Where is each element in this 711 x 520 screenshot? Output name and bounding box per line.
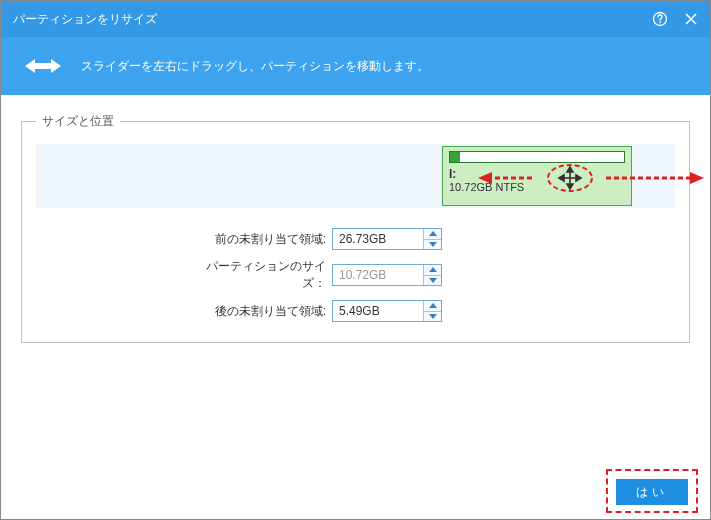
input-after-unallocated[interactable]	[333, 301, 423, 321]
window-title: パーティションをリサイズ	[13, 11, 157, 28]
spin-up-after[interactable]	[424, 301, 441, 312]
resize-arrows-icon	[25, 57, 61, 75]
partition-size-label: 10.72GB NTFS	[449, 181, 625, 193]
svg-marker-21	[429, 314, 437, 319]
instruction-banner: スライダーを左右にドラッグし、パーティションを移動します。	[1, 37, 710, 95]
label-before-unallocated: 前の未割り当て領域:	[191, 231, 326, 248]
spin-down-after[interactable]	[424, 312, 441, 322]
svg-marker-18	[429, 267, 437, 272]
usage-bar	[449, 151, 625, 163]
label-after-unallocated: 後の未割り当て領域:	[191, 303, 326, 320]
size-position-group: サイズと位置 I: 10.72GB NTFS	[21, 113, 690, 343]
input-partition-size[interactable]	[333, 265, 423, 285]
svg-marker-17	[429, 242, 437, 247]
field-after-unallocated: 後の未割り当て領域:	[191, 300, 442, 322]
field-partition-size: パーティションのサイズ：	[191, 258, 442, 292]
svg-marker-8	[690, 172, 704, 184]
svg-marker-16	[429, 231, 437, 236]
ok-button[interactable]: はい	[616, 479, 688, 505]
partition-slider-track[interactable]: I: 10.72GB NTFS	[36, 144, 675, 208]
partition-block[interactable]: I: 10.72GB NTFS	[442, 146, 632, 206]
help-icon[interactable]	[652, 11, 668, 27]
input-before-unallocated-wrap	[332, 228, 442, 250]
drive-letter: I:	[449, 167, 456, 181]
label-partition-size: パーティションのサイズ：	[191, 258, 326, 292]
spin-up-size[interactable]	[424, 265, 441, 276]
svg-marker-19	[429, 278, 437, 283]
field-list: 前の未割り当て領域: パーティションのサイズ：	[191, 228, 675, 322]
svg-marker-20	[429, 303, 437, 308]
instruction-text: スライダーを左右にドラッグし、パーティションを移動します。	[81, 58, 429, 75]
field-before-unallocated: 前の未割り当て領域:	[191, 228, 442, 250]
spin-up-before[interactable]	[424, 229, 441, 240]
svg-point-1	[659, 22, 661, 24]
spin-down-before[interactable]	[424, 240, 441, 250]
svg-marker-4	[25, 59, 61, 73]
titlebar-controls	[652, 11, 698, 27]
input-before-unallocated[interactable]	[333, 229, 423, 249]
input-partition-size-wrap	[332, 264, 442, 286]
close-icon[interactable]	[684, 12, 698, 26]
usage-fill	[450, 152, 460, 162]
input-after-unallocated-wrap	[332, 300, 442, 322]
group-legend: サイズと位置	[36, 113, 120, 130]
footer: はい	[616, 479, 688, 505]
titlebar: パーティションをリサイズ	[1, 1, 710, 37]
content-area: サイズと位置 I: 10.72GB NTFS	[1, 95, 710, 353]
spin-down-size[interactable]	[424, 276, 441, 286]
